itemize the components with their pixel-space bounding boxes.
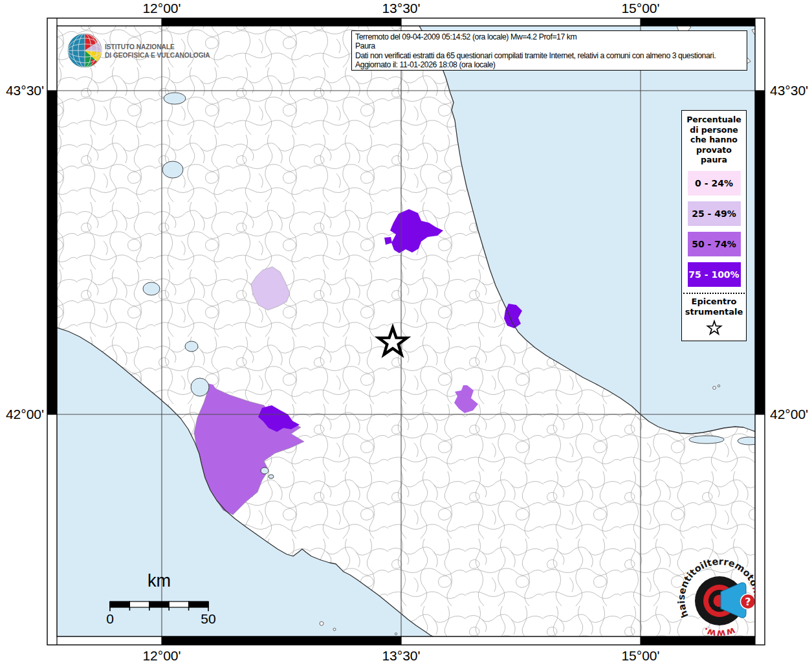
axis-label-right-42: 42°00' <box>770 407 808 422</box>
legend-swatch-50-74: 50 - 74% <box>688 232 741 256</box>
legend-title: Percentuale di persone che hanno provato… <box>682 115 746 165</box>
legend-epicenter-star-icon <box>706 319 723 337</box>
scale-start-label: 0 <box>106 611 114 627</box>
lake-trasimeno-icon <box>162 161 183 178</box>
question-mark: ? <box>745 596 751 608</box>
axis-label-left-42: 42°00' <box>6 407 44 422</box>
axis-label-bottom-1330: 13°30' <box>382 648 420 663</box>
legend-box: Percentuale di persone che hanno provato… <box>681 110 747 341</box>
scale-unit-label: km <box>148 571 171 591</box>
event-headline: Terremoto del 09-04-2009 05:14:52 (ora l… <box>355 32 743 41</box>
lake-nemi-icon <box>269 475 274 478</box>
event-info-box: Terremoto del 09-04-2009 05:14:52 (ora l… <box>351 30 747 71</box>
lake-albano-icon <box>261 467 269 474</box>
legend-divider <box>683 293 745 294</box>
axis-label-top-15: 15°00' <box>621 1 659 16</box>
event-question-type: Paura <box>355 41 743 51</box>
lake-bolsena-icon <box>143 282 160 295</box>
ingv-globe-spacer <box>63 32 101 70</box>
axis-label-bottom-15: 15°00' <box>621 648 659 663</box>
hai-sentito-terremoto-map-page: { "title_box": { "line1": "Terremoto del… <box>0 0 812 663</box>
scale-end-label: 50 <box>201 611 215 627</box>
axis-label-right-4330: 43°30' <box>770 83 808 98</box>
lake-vico-icon <box>185 341 198 352</box>
legend-swatch-0-24: 0 - 24% <box>688 171 741 196</box>
lagoon-lesina-icon <box>689 436 724 444</box>
axis-label-top-12: 12°00' <box>142 1 181 16</box>
axis-label-top-1330: 13°30' <box>382 1 420 16</box>
legend-epicenter-label: Epicentro strumentale <box>682 297 746 317</box>
lake-bracciano-icon <box>191 378 209 396</box>
legend-swatch-75-100: 75 - 100% <box>688 262 741 287</box>
event-updated-at: Aggiornato il: 11-01-2026 18:08 (ora loc… <box>355 60 743 69</box>
axis-label-left-4330: 43°30' <box>6 83 44 98</box>
event-data-note: Dati non verificati estratti da 65 quest… <box>355 51 743 60</box>
lagoon-varano-icon <box>738 437 761 445</box>
ingv-institute-name: ISTITUTO NAZIONALE DI GEOFISICA E VULCAN… <box>105 43 210 60</box>
ingv-logo: ISTITUTO NAZIONALE DI GEOFISICA E VULCAN… <box>63 32 219 70</box>
legend-swatch-25-49: 25 - 49% <box>688 201 741 226</box>
axis-label-bottom-12: 12°00' <box>142 648 181 663</box>
lake-icon <box>164 93 186 104</box>
